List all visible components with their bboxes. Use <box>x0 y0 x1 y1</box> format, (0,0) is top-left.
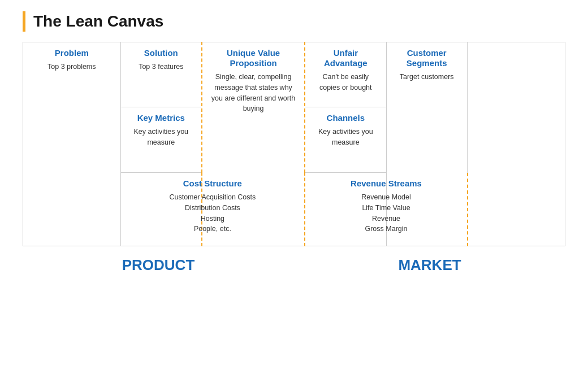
revenue-streams-cell: Revenue Streams Revenue Model Life Time … <box>305 173 468 246</box>
uvp-body: Single, clear, compelling message that s… <box>209 72 297 114</box>
problem-cell: Problem Top 3 problems <box>23 42 121 246</box>
cost-line-2: Distribution Costs <box>128 203 298 214</box>
problem-title: Problem <box>30 48 114 58</box>
uvp-title: Unique Value Proposition <box>209 48 297 68</box>
solution-inner: Solution Top 3 features <box>121 42 201 107</box>
revenue-line-4: Gross Margin <box>312 224 460 234</box>
customer-segments-body: Target customers <box>394 72 460 82</box>
top-row: Problem Top 3 problems Solution Top 3 fe… <box>23 42 565 173</box>
page-title: The Lean Canvas <box>33 12 163 31</box>
revenue-line-1: Revenue Model <box>312 192 460 203</box>
cost-structure-cell: Cost Structure Customer Acquisition Cost… <box>120 173 305 246</box>
cost-line-1: Customer Acquisition Costs <box>128 192 298 203</box>
revenue-streams-title: Revenue Streams <box>312 179 460 189</box>
key-metrics-body: Key activities you measure <box>128 127 194 148</box>
channels-body: Key activities you measure <box>312 127 379 148</box>
unfair-split-cell: Unfair Advantage Can't be easily copies … <box>305 42 386 173</box>
page-header: The Lean Canvas <box>23 11 565 32</box>
customer-segments-title: Customer Segments <box>394 48 460 68</box>
cost-line-4: People, etc. <box>128 224 298 234</box>
key-metrics-title: Key Metrics <box>128 113 194 123</box>
solution-split-cell: Solution Top 3 features Key Metrics Key … <box>120 42 202 173</box>
revenue-line-2: Life Time Value <box>312 203 460 214</box>
footer: PRODUCT MARKET <box>23 246 565 280</box>
cost-line-3: Hosting <box>128 214 298 224</box>
revenue-streams-body: Revenue Model Life Time Value Revenue Gr… <box>312 192 460 234</box>
problem-body: Top 3 problems <box>30 62 114 72</box>
revenue-line-3: Revenue <box>312 214 460 224</box>
channels-title: Channels <box>312 113 379 123</box>
canvas-wrapper: Problem Top 3 problems Solution Top 3 fe… <box>23 42 565 359</box>
cost-structure-body: Customer Acquisition Costs Distribution … <box>128 192 298 234</box>
channels-inner: Channels Key activities you measure <box>305 107 386 172</box>
solution-title: Solution <box>128 48 194 58</box>
unfair-inner: Unfair Advantage Can't be easily copies … <box>305 42 386 107</box>
unfair-title: Unfair Advantage <box>312 48 379 68</box>
unfair-body: Can't be easily copies or bought <box>312 72 379 93</box>
canvas-table: Problem Top 3 problems Solution Top 3 fe… <box>23 42 565 246</box>
cost-structure-title: Cost Structure <box>128 179 298 189</box>
product-label: PRODUCT <box>23 251 294 280</box>
market-label: MARKET <box>294 251 565 280</box>
title-accent-bar <box>23 11 25 32</box>
solution-body: Top 3 features <box>128 62 194 72</box>
key-metrics-inner: Key Metrics Key activities you measure <box>121 107 201 172</box>
